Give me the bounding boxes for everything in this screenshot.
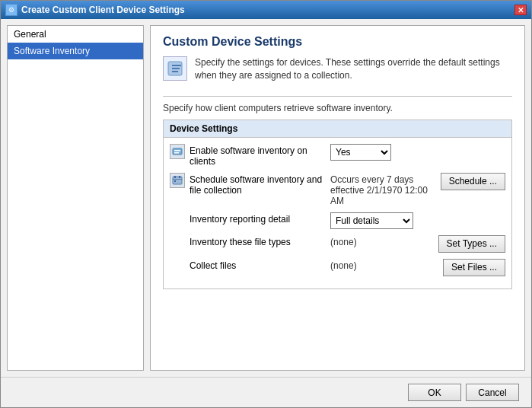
svg-rect-11: [174, 180, 176, 182]
sidebar: General Software Inventory: [7, 25, 144, 371]
cancel-button[interactable]: Cancel: [466, 384, 519, 401]
close-button[interactable]: ✕: [514, 5, 527, 15]
schedule-action-col: Schedule ...: [441, 173, 505, 190]
file-types-label: Inventory these file types: [190, 235, 330, 247]
svg-rect-8: [174, 176, 176, 178]
info-icon: [163, 56, 187, 81]
collect-action-col: Set Files ...: [443, 259, 505, 276]
svg-rect-2: [172, 68, 180, 69]
title-bar: ⚙ Create Custom Client Device Settings ✕: [1, 1, 531, 19]
info-box: Specify the settings for devices. These …: [163, 56, 512, 82]
schedule-icon-col: [170, 173, 190, 188]
title-bar-left: ⚙ Create Custom Client Device Settings: [5, 4, 185, 16]
enable-icon-col: [170, 144, 190, 159]
enable-value-col: Yes No: [330, 144, 499, 161]
schedule-icon: [170, 173, 185, 188]
svg-rect-10: [173, 179, 182, 180]
setting-row-schedule: Schedule software inventory and file col…: [170, 173, 505, 206]
main-panel: Custom Device Settings Specify the setti…: [150, 25, 525, 371]
panel-title: Custom Device Settings: [163, 35, 512, 49]
info-text: Specify the settings for devices. These …: [195, 56, 512, 82]
schedule-label: Schedule software inventory and file col…: [190, 173, 330, 196]
detail-value-col: Full details Product only File details o…: [330, 212, 499, 229]
collect-label: Collect files: [190, 259, 330, 271]
setting-row-enable: Enable software inventory on clients Yes…: [170, 144, 505, 167]
device-settings-box: Device Settings: [163, 120, 512, 289]
setting-row-collect: Collect files (none) Set Files ...: [170, 259, 505, 276]
window-icon: ⚙: [5, 4, 18, 16]
set-types-button[interactable]: Set Types ...: [438, 235, 505, 253]
device-settings-body: Enable software inventory on clients Yes…: [164, 138, 511, 288]
file-types-action-col: Set Types ...: [438, 235, 505, 253]
detail-select[interactable]: Full details Product only File details o…: [330, 212, 413, 229]
svg-rect-9: [179, 176, 180, 178]
svg-rect-1: [172, 65, 181, 66]
file-types-value: (none): [330, 235, 432, 247]
enable-icon: [170, 144, 185, 159]
setting-row-detail: Inventory reporting detail Full details …: [170, 212, 505, 229]
window-body: General Software Inventory Custom Device…: [1, 19, 531, 377]
set-files-button[interactable]: Set Files ...: [443, 259, 505, 276]
detail-label: Inventory reporting detail: [190, 212, 330, 225]
schedule-button[interactable]: Schedule ...: [441, 173, 505, 190]
svg-rect-3: [172, 71, 178, 72]
sidebar-item-general[interactable]: General: [8, 26, 143, 43]
enable-select[interactable]: Yes No: [330, 144, 391, 161]
section-subtitle: Specify how client computers retrieve so…: [163, 103, 512, 113]
device-settings-header: Device Settings: [164, 120, 511, 138]
svg-rect-6: [174, 152, 179, 154]
main-window: ⚙ Create Custom Client Device Settings ✕…: [0, 0, 532, 408]
svg-rect-4: [173, 148, 182, 155]
sidebar-item-software-inventory[interactable]: Software Inventory: [8, 43, 143, 59]
setting-row-file-types: Inventory these file types (none) Set Ty…: [170, 235, 505, 253]
divider-1: [163, 96, 512, 97]
window-title: Create Custom Client Device Settings: [21, 5, 185, 15]
ok-button[interactable]: OK: [408, 384, 461, 401]
svg-rect-5: [174, 150, 180, 151]
collect-value: (none): [330, 259, 437, 271]
svg-rect-7: [173, 177, 182, 184]
footer: OK Cancel: [1, 377, 531, 407]
schedule-value: Occurs every 7 days effective 2/1/1970 1…: [330, 173, 435, 206]
enable-label: Enable software inventory on clients: [190, 144, 330, 167]
